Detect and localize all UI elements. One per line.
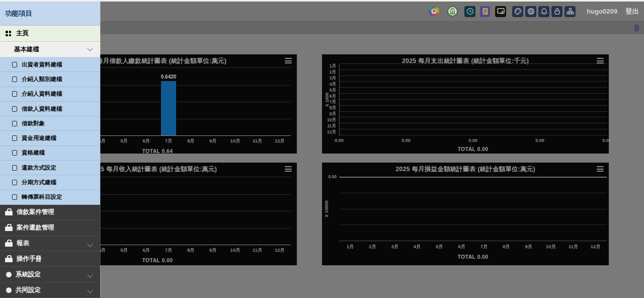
lock-icon[interactable]: [551, 6, 562, 17]
chart-total-label: TOTAL 0.00: [339, 254, 607, 260]
sidebar-subitem-轉傳票科目設定[interactable]: 轉傳票科目設定: [0, 190, 100, 205]
square-outline-icon: [12, 91, 17, 97]
x-axis-tick-label: 0.00: [602, 138, 611, 143]
square-outline-icon: [12, 150, 17, 156]
sidebar-submenu: 出資者資料建檔介紹人類別建檔介紹人資料建檔借款人資料建檔借款對象資金用途建檔資格…: [0, 57, 100, 205]
y-axis-label: 5月: [330, 88, 336, 94]
y-axis-label: 7月: [330, 99, 336, 105]
sidebar-main-items: 借款案件管理案件還款管理報表操作手冊系統設定共同設定: [0, 205, 100, 298]
x-axis-label: 5月: [428, 244, 450, 250]
y-axis-label: 11月: [328, 123, 337, 129]
globe-icon[interactable]: [525, 6, 536, 17]
y-axis-label: 9月: [330, 111, 336, 117]
square-outline-icon: [12, 77, 17, 82]
sidebar-subitem-介紹人類別建檔[interactable]: 介紹人類別建檔: [0, 72, 100, 87]
sidebar-subitem-label: 分期方式建檔: [22, 179, 56, 186]
y-axis-label: 8月: [330, 105, 336, 111]
sidebar-item-系統設定[interactable]: 系統設定: [0, 267, 100, 282]
y-axis-label: 4月: [330, 82, 336, 88]
x-axis-label: 10月: [224, 247, 247, 254]
sidebar-subitem-資格建檔[interactable]: 資格建檔: [0, 146, 100, 161]
sidebar-item-案件還款管理[interactable]: 案件還款管理: [0, 220, 100, 236]
category-row: 10月: [340, 117, 607, 123]
sidebar-item-借款案件管理[interactable]: 借款案件管理: [0, 205, 100, 220]
clock-icon[interactable]: [464, 6, 475, 17]
y-axis-label: 6月: [330, 94, 336, 100]
sidebar-item-操作手冊[interactable]: 操作手冊: [0, 251, 100, 267]
sidebar-group-label: 基本建檔: [14, 45, 39, 54]
x-axis-label: 9月: [202, 138, 224, 144]
square-outline-icon: [12, 165, 17, 171]
x-axis-tick-label: 0.00: [468, 138, 477, 143]
palette-icon[interactable]: [512, 6, 523, 17]
x-axis-label: 6月: [451, 244, 473, 250]
x-axis-label: 12月: [269, 138, 291, 144]
chart-menu-icon[interactable]: [597, 166, 604, 172]
y-axis-label: 12月: [327, 129, 336, 135]
bell-icon[interactable]: [538, 6, 549, 17]
sidebar-group-basic[interactable]: 基本建檔: [0, 42, 100, 57]
sidebar-item-label: 案件還款管理: [17, 224, 54, 232]
x-axis-label: 6月: [135, 138, 157, 144]
sidebar-subitem-分期方式建檔[interactable]: 分期方式建檔: [0, 175, 100, 190]
sidebar-subitem-label: 資金用途建檔: [22, 134, 56, 142]
logout-button[interactable]: 登出: [625, 7, 639, 16]
x-axis-label: 9月: [202, 247, 224, 254]
sidebar-item-報表[interactable]: 報表: [0, 236, 100, 252]
sidebar-item-label: 系統設定: [16, 270, 41, 279]
sidebar-item-label: 借款案件管理: [17, 208, 54, 216]
sidebar-subitem-label: 介紹人資料建檔: [22, 90, 62, 98]
x-axis-label: 3月: [384, 244, 406, 250]
sidebar-subitem-出資者資料建檔[interactable]: 出資者資料建檔: [0, 57, 100, 72]
category-row: 11月: [340, 123, 607, 129]
sidebar-item-label: 主頁: [16, 29, 29, 38]
briefcase-icon: [5, 240, 13, 247]
sidebar-subitem-借款人資料建檔[interactable]: 借款人資料建檔: [0, 102, 100, 116]
sidebar-subitem-借款對象[interactable]: 借款對象: [0, 116, 100, 131]
y-axis-scale-label: X 10000: [324, 200, 329, 217]
square-outline-icon: [12, 135, 17, 141]
category-row: 12月: [340, 129, 607, 135]
sidebar-item-home[interactable]: 主頁: [0, 26, 100, 42]
x-axis-label: 7月: [157, 138, 180, 144]
x-axis-label: 5月: [113, 138, 135, 144]
x-axis-label: 4月: [406, 244, 428, 250]
sidebar-subitem-資金用途建檔[interactable]: 資金用途建檔: [0, 131, 100, 145]
x-axis-label: 11月: [247, 247, 269, 254]
sidebar-item-共同設定[interactable]: 共同設定: [0, 282, 100, 298]
category-row: 4月: [340, 82, 607, 88]
top-strip: [0, 0, 644, 2]
presentation-icon[interactable]: [495, 6, 506, 17]
x-axis-label: 9月: [518, 244, 540, 250]
category-row: 1月: [340, 64, 607, 70]
x-axis-label: 1月: [339, 244, 361, 250]
home-grid-icon: [6, 31, 11, 36]
x-axis-label: 8月: [495, 244, 517, 250]
sidebar-subitem-介紹人資料建檔[interactable]: 介紹人資料建檔: [0, 87, 100, 102]
gridline: [339, 209, 607, 209]
briefcase-icon: [5, 208, 13, 216]
chevron-down-icon: [87, 287, 93, 293]
colorful-logo-icon[interactable]: ♥: [429, 6, 439, 17]
x-axis-label: 7月: [157, 247, 180, 254]
gridline: [339, 225, 607, 225]
chart-panel-expense: 2025 每月支出統計圖表 (統計金額單位:千元) X 1000 1月2月3月4…: [322, 54, 609, 154]
x-axis-label: 12月: [269, 247, 291, 254]
chart-menu-icon[interactable]: [285, 58, 292, 63]
x-axis-label: 10月: [224, 138, 247, 144]
trash-icon[interactable]: [633, 24, 640, 32]
chart-plot: X 1000 1月2月3月4月5月6月7月8月9月10月11月12月: [339, 63, 607, 135]
sitemap-icon[interactable]: [565, 6, 576, 17]
y-axis-label: 1月: [330, 63, 336, 69]
x-axis-labels: 1月2月3月4月5月6月7月8月9月10月11月12月: [339, 244, 607, 250]
sidebar-menu: 功能項目 主頁 基本建檔 出資者資料建檔介紹人類別建檔介紹人資料建檔借款人資料建…: [0, 2, 101, 298]
chart-title: 2025 每月損益金額統計圖表 (統計金額單位:萬元): [322, 165, 609, 174]
square-outline-icon: [12, 121, 17, 126]
green-logo-icon[interactable]: [447, 6, 458, 17]
gridline: [339, 193, 607, 193]
circle-icon: [6, 287, 12, 293]
scroll-icon[interactable]: [480, 6, 490, 17]
chart-menu-icon[interactable]: [285, 166, 292, 172]
sidebar-subitem-還款方式設定[interactable]: 還款方式設定: [0, 161, 100, 175]
chart-menu-icon[interactable]: [597, 58, 604, 63]
